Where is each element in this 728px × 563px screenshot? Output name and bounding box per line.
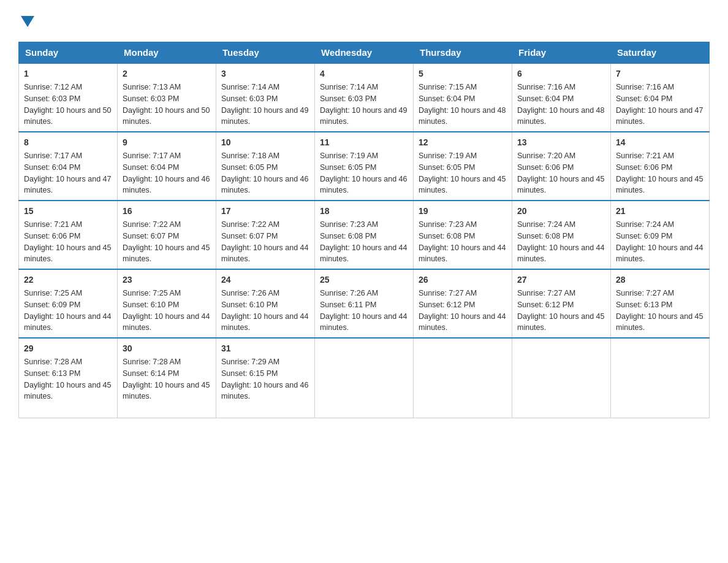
- day-number: 19: [419, 205, 507, 218]
- day-number: 23: [123, 274, 211, 286]
- day-number: 29: [24, 342, 112, 355]
- day-number: 25: [320, 274, 408, 286]
- calendar-cell: 26Sunrise: 7:27 AMSunset: 6:12 PMDayligh…: [414, 269, 512, 338]
- calendar-cell: 18Sunrise: 7:23 AMSunset: 6:08 PMDayligh…: [315, 201, 414, 269]
- calendar-cell: 9Sunrise: 7:17 AMSunset: 6:04 PMDaylight…: [118, 132, 216, 201]
- day-number: 31: [221, 342, 309, 355]
- calendar-cell: 31Sunrise: 7:29 AMSunset: 6:15 PMDayligh…: [216, 338, 315, 418]
- calendar-cell: 27Sunrise: 7:27 AMSunset: 6:12 PMDayligh…: [512, 269, 611, 338]
- calendar-cell: 16Sunrise: 7:22 AMSunset: 6:07 PMDayligh…: [118, 201, 216, 269]
- calendar-cell: 5Sunrise: 7:15 AMSunset: 6:04 PMDaylight…: [414, 63, 512, 132]
- day-number: 30: [123, 342, 211, 355]
- day-number: 10: [221, 136, 309, 149]
- calendar-table: SundayMondayTuesdayWednesdayThursdayFrid…: [18, 42, 710, 418]
- calendar-cell: 7Sunrise: 7:16 AMSunset: 6:04 PMDaylight…: [611, 63, 710, 132]
- day-number: 5: [419, 67, 507, 80]
- calendar-cell: [414, 338, 512, 418]
- day-number: 6: [517, 67, 605, 80]
- day-number: 24: [221, 274, 309, 286]
- weekday-header-sunday: Sunday: [19, 42, 118, 64]
- calendar-cell: 4Sunrise: 7:14 AMSunset: 6:03 PMDaylight…: [315, 63, 414, 132]
- day-number: 13: [517, 136, 605, 149]
- day-number: 9: [123, 136, 211, 149]
- calendar-cell: 17Sunrise: 7:22 AMSunset: 6:07 PMDayligh…: [216, 201, 315, 269]
- day-number: 11: [320, 136, 408, 149]
- calendar-cell: 29Sunrise: 7:28 AMSunset: 6:13 PMDayligh…: [19, 338, 118, 418]
- calendar-cell: 24Sunrise: 7:26 AMSunset: 6:10 PMDayligh…: [216, 269, 315, 338]
- day-number: 16: [123, 205, 211, 218]
- calendar-cell: 23Sunrise: 7:25 AMSunset: 6:10 PMDayligh…: [118, 269, 216, 338]
- weekday-header-thursday: Thursday: [414, 42, 512, 64]
- weekday-header-tuesday: Tuesday: [216, 42, 315, 64]
- calendar-week-3: 15Sunrise: 7:21 AMSunset: 6:06 PMDayligh…: [19, 201, 710, 269]
- day-number: 27: [517, 274, 605, 286]
- day-number: 14: [616, 136, 704, 149]
- calendar-week-2: 8Sunrise: 7:17 AMSunset: 6:04 PMDaylight…: [19, 132, 710, 201]
- logo-triangle-icon: [21, 16, 34, 27]
- day-number: 3: [221, 67, 309, 80]
- header-row: SundayMondayTuesdayWednesdayThursdayFrid…: [19, 42, 710, 64]
- calendar-cell: 28Sunrise: 7:27 AMSunset: 6:13 PMDayligh…: [611, 269, 710, 338]
- calendar-cell: 19Sunrise: 7:23 AMSunset: 6:08 PMDayligh…: [414, 201, 512, 269]
- calendar-cell: 1Sunrise: 7:12 AMSunset: 6:03 PMDaylight…: [19, 63, 118, 132]
- calendar-week-4: 22Sunrise: 7:25 AMSunset: 6:09 PMDayligh…: [19, 269, 710, 338]
- calendar-week-1: 1Sunrise: 7:12 AMSunset: 6:03 PMDaylight…: [19, 63, 710, 132]
- weekday-header-monday: Monday: [118, 42, 216, 64]
- calendar-cell: 11Sunrise: 7:19 AMSunset: 6:05 PMDayligh…: [315, 132, 414, 201]
- calendar-cell: 30Sunrise: 7:28 AMSunset: 6:14 PMDayligh…: [118, 338, 216, 418]
- day-number: 26: [419, 274, 507, 286]
- calendar-cell: [611, 338, 710, 418]
- page-header: [18, 12, 710, 29]
- calendar-cell: 10Sunrise: 7:18 AMSunset: 6:05 PMDayligh…: [216, 132, 315, 201]
- day-number: 28: [616, 274, 704, 286]
- weekday-header-saturday: Saturday: [611, 42, 710, 64]
- day-number: 15: [24, 205, 112, 218]
- day-number: 22: [24, 274, 112, 286]
- weekday-header-wednesday: Wednesday: [315, 42, 414, 64]
- calendar-cell: 22Sunrise: 7:25 AMSunset: 6:09 PMDayligh…: [19, 269, 118, 338]
- day-number: 20: [517, 205, 605, 218]
- calendar-cell: [315, 338, 414, 418]
- day-number: 2: [123, 67, 211, 80]
- calendar-cell: 12Sunrise: 7:19 AMSunset: 6:05 PMDayligh…: [414, 132, 512, 201]
- weekday-header-friday: Friday: [512, 42, 611, 64]
- calendar-cell: 14Sunrise: 7:21 AMSunset: 6:06 PMDayligh…: [611, 132, 710, 201]
- calendar-cell: 25Sunrise: 7:26 AMSunset: 6:11 PMDayligh…: [315, 269, 414, 338]
- calendar-cell: 20Sunrise: 7:24 AMSunset: 6:08 PMDayligh…: [512, 201, 611, 269]
- day-number: 12: [419, 136, 507, 149]
- calendar-cell: 8Sunrise: 7:17 AMSunset: 6:04 PMDaylight…: [19, 132, 118, 201]
- calendar-cell: 21Sunrise: 7:24 AMSunset: 6:09 PMDayligh…: [611, 201, 710, 269]
- day-number: 8: [24, 136, 112, 149]
- day-number: 21: [616, 205, 704, 218]
- day-number: 4: [320, 67, 408, 80]
- calendar-cell: 6Sunrise: 7:16 AMSunset: 6:04 PMDaylight…: [512, 63, 611, 132]
- calendar-cell: 13Sunrise: 7:20 AMSunset: 6:06 PMDayligh…: [512, 132, 611, 201]
- svg-marker-0: [21, 16, 34, 27]
- day-number: 18: [320, 205, 408, 218]
- calendar-cell: [512, 338, 611, 418]
- day-number: 17: [221, 205, 309, 218]
- calendar-cell: 2Sunrise: 7:13 AMSunset: 6:03 PMDaylight…: [118, 63, 216, 132]
- logo: [18, 12, 34, 29]
- calendar-cell: 3Sunrise: 7:14 AMSunset: 6:03 PMDaylight…: [216, 63, 315, 132]
- day-number: 1: [24, 67, 112, 80]
- day-number: 7: [616, 67, 704, 80]
- calendar-cell: 15Sunrise: 7:21 AMSunset: 6:06 PMDayligh…: [19, 201, 118, 269]
- calendar-week-5: 29Sunrise: 7:28 AMSunset: 6:13 PMDayligh…: [19, 338, 710, 418]
